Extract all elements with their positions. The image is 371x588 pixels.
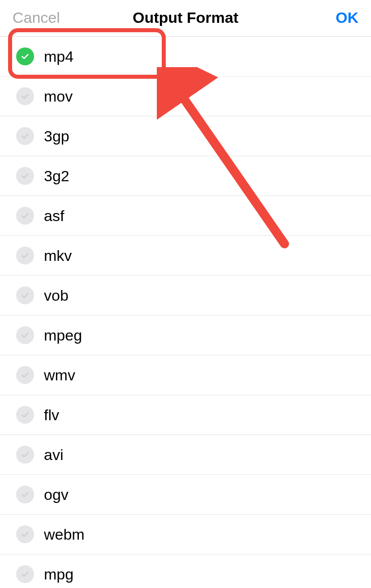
ok-button[interactable]: OK <box>336 9 358 26</box>
format-label: asf <box>44 207 64 225</box>
format-label: webm <box>44 526 85 543</box>
cancel-button[interactable]: Cancel <box>13 9 60 26</box>
format-list: mp4mov3gp3g2asfmkvvobmpegwmvflvaviogvweb… <box>0 37 371 588</box>
checkmark-icon <box>16 446 34 464</box>
format-label: vob <box>44 287 69 304</box>
checkmark-icon <box>16 87 34 105</box>
format-row-vob[interactable]: vob <box>0 276 371 315</box>
format-label: mpeg <box>44 327 82 344</box>
checkmark-icon <box>16 286 34 304</box>
checkmark-icon <box>16 565 34 583</box>
format-label: mkv <box>44 247 72 264</box>
checkmark-icon <box>16 127 34 145</box>
format-label: wmv <box>44 366 75 384</box>
format-row-mov[interactable]: mov <box>0 77 371 116</box>
format-row-wmv[interactable]: wmv <box>0 355 371 395</box>
format-row-mpeg[interactable]: mpeg <box>0 315 371 355</box>
format-row-3gp[interactable]: 3gp <box>0 116 371 156</box>
checkmark-icon <box>16 247 34 264</box>
checkmark-icon <box>16 47 34 65</box>
format-row-avi[interactable]: avi <box>0 435 371 475</box>
checkmark-icon <box>16 167 34 185</box>
format-row-webm[interactable]: webm <box>0 515 371 554</box>
format-label: ogv <box>44 486 69 503</box>
format-label: 3g2 <box>44 167 69 185</box>
header: Cancel Output Format OK <box>0 0 371 37</box>
page-title: Output Format <box>133 9 238 26</box>
format-label: 3gp <box>44 128 69 145</box>
checkmark-icon <box>16 366 34 384</box>
format-row-mp4[interactable]: mp4 <box>0 37 371 77</box>
checkmark-icon <box>16 326 34 344</box>
format-label: mov <box>44 88 73 105</box>
format-label: mp4 <box>44 48 73 65</box>
format-row-mpg[interactable]: mpg <box>0 554 371 588</box>
checkmark-icon <box>16 525 34 543</box>
format-label: mpg <box>44 566 73 583</box>
checkmark-icon <box>16 207 34 225</box>
format-row-mkv[interactable]: mkv <box>0 236 371 276</box>
format-row-flv[interactable]: flv <box>0 395 371 435</box>
format-label: avi <box>44 446 63 464</box>
format-label: flv <box>44 406 59 424</box>
format-row-3g2[interactable]: 3g2 <box>0 156 371 196</box>
checkmark-icon <box>16 406 34 424</box>
checkmark-icon <box>16 486 34 503</box>
format-row-ogv[interactable]: ogv <box>0 475 371 515</box>
format-row-asf[interactable]: asf <box>0 196 371 236</box>
